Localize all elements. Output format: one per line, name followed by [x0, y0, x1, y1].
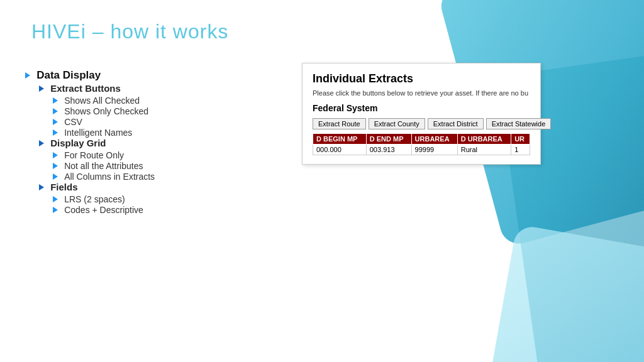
ie-section-title: Federal System [313, 103, 530, 113]
arrow-icon-l3-2 [53, 108, 58, 114]
col-urbarea: URBAREA [411, 134, 457, 145]
main-content: Data Display Extract Buttons Shows All C… [25, 69, 302, 217]
label-intelligent-names: Intelligent Names [64, 128, 132, 138]
arrow-icon-l3-4 [53, 129, 58, 136]
cell-begin-mp: 000.000 [313, 145, 367, 155]
label-data-display: Data Display [36, 69, 101, 81]
list-item-lrs: LRS (2 spaces) [53, 194, 302, 204]
label-extract-buttons: Extract Buttons [50, 83, 121, 94]
list-l3-display: For Route Only Not all the Attributes Al… [53, 150, 302, 182]
arrow-icon-l2-extract [39, 85, 44, 92]
extract-district-button[interactable]: Extract District [428, 118, 484, 129]
cell-d-urbarea: Rural [457, 145, 511, 155]
list-item-all-columns: All Columns in Extracts [53, 171, 302, 182]
outline-list: Data Display Extract Buttons Shows All C… [25, 69, 302, 215]
background-decoration [430, 0, 644, 362]
list-item-fields: Fields LRS (2 spaces) Codes + Descriptiv… [39, 182, 302, 215]
ie-panel-title: Individual Extracts [313, 72, 530, 85]
list-item-display-grid: Display Grid For Route Only Not all the … [39, 138, 302, 182]
list-item-shows-only-checked: Shows Only Checked [53, 106, 302, 116]
data-table-container: D BEGIN MP D END MP URBAREA D URBAREA UR… [313, 133, 530, 155]
list-item-data-display: Data Display Extract Buttons Shows All C… [25, 69, 302, 215]
arrow-icon-l3-3 [53, 119, 58, 125]
data-table: D BEGIN MP D END MP URBAREA D URBAREA UR… [313, 133, 530, 155]
arrow-icon-l3-1 [53, 97, 58, 104]
arrow-icon-l3-6 [53, 163, 58, 169]
arrow-icon-l2-fields [39, 184, 44, 190]
ie-panel-subtitle: Please click the buttons below to retrie… [313, 89, 530, 97]
extract-buttons-group: Extract Route Extract County Extract Dis… [313, 118, 530, 129]
extract-route-button[interactable]: Extract Route [313, 118, 366, 129]
cell-urbarea: 99999 [411, 145, 457, 155]
list-item-intelligent-names: Intelligent Names [53, 127, 302, 138]
label-all-columns: All Columns in Extracts [64, 172, 155, 182]
list-item-shows-all-checked: Shows All Checked [53, 95, 302, 106]
list-item-extract-buttons: Extract Buttons Shows All Checked Shows … [39, 83, 302, 138]
label-lrs: LRS (2 spaces) [64, 194, 125, 204]
arrow-icon-l3-5 [53, 152, 58, 158]
list-item-for-route-only: For Route Only [53, 150, 302, 160]
individual-extracts-panel: Individual Extracts Please click the but… [302, 63, 541, 165]
label-shows-all-checked: Shows All Checked [64, 96, 140, 106]
bg-shape-3 [484, 224, 644, 362]
arrow-icon-l3-9 [53, 207, 58, 213]
label-not-all-attributes: Not all the Attributes [64, 161, 143, 171]
list-item-csv: CSV [53, 116, 302, 127]
col-ur: UR [511, 134, 530, 145]
extract-county-button[interactable]: Extract County [369, 118, 425, 129]
col-end-mp: D END MP [366, 134, 411, 145]
label-fields: Fields [50, 182, 77, 192]
table-header-row: D BEGIN MP D END MP URBAREA D URBAREA UR [313, 134, 530, 145]
list-l3-fields: LRS (2 spaces) Codes + Descriptive [53, 194, 302, 215]
arrow-icon-l2-display [39, 140, 44, 146]
table-row: 000.000 003.913 99999 Rural 1 [313, 145, 530, 155]
arrow-icon-l3-8 [53, 196, 58, 202]
cell-end-mp: 003.913 [366, 145, 411, 155]
label-shows-only-checked: Shows Only Checked [64, 106, 148, 116]
list-l3-extract: Shows All Checked Shows Only Checked CSV [53, 95, 302, 138]
extract-statewide-button[interactable]: Extract Statewide [486, 118, 552, 129]
label-display-grid: Display Grid [50, 138, 106, 148]
page-title: HIVEi – how it works [31, 20, 228, 43]
list-item-not-all-attributes: Not all the Attributes [53, 160, 302, 171]
col-begin-mp: D BEGIN MP [313, 134, 367, 145]
arrow-icon-l3-7 [53, 173, 58, 180]
list-item-codes-descriptive: Codes + Descriptive [53, 204, 302, 215]
arrow-icon-l1 [25, 72, 30, 79]
cell-ur: 1 [511, 145, 530, 155]
col-d-urbarea: D URBAREA [457, 134, 511, 145]
label-codes-descriptive: Codes + Descriptive [64, 205, 143, 215]
list-l2-data-display: Extract Buttons Shows All Checked Shows … [39, 83, 302, 215]
label-csv: CSV [64, 117, 82, 127]
label-for-route-only: For Route Only [64, 150, 124, 160]
